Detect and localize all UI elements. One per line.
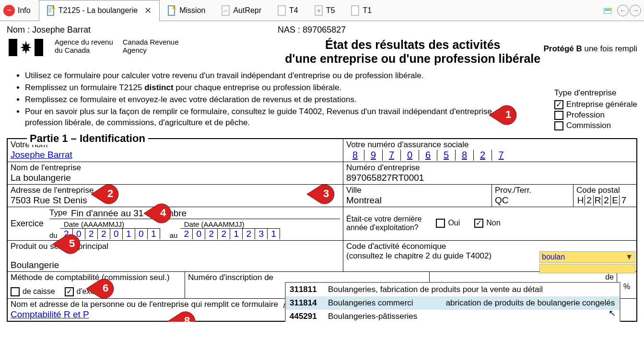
checkbox-commission[interactable]: Commission [554,121,637,130]
checkbox-icon [436,219,445,228]
dropdown-option[interactable]: 311814 Boulangeries commercixxxxxxxxabri… [286,296,620,310]
business-name-value[interactable]: La boulangerie [11,173,340,183]
form-header: Nom : Josephe Barrat NAS : 897065827 Age… [0,21,644,129]
date-format-label: Date (AAAAMMJJ) [64,220,160,228]
gallery-icon[interactable] [604,5,616,16]
address-label: Adresse de l'entreprise [11,186,340,195]
tab-t1[interactable]: T1 [343,0,380,21]
prov-label: Prov./Terr. [495,186,570,195]
sin-digits[interactable]: 897065827 [346,150,633,161]
doc-add-icon: + [315,5,323,16]
checkbox-yes[interactable]: Oui [436,219,460,228]
checkbox-no[interactable]: ✓Non [474,219,500,228]
last-year-label: Était-ce votre dernièreannée d'exploitat… [346,215,422,232]
dropdown-option[interactable]: 445291 Boulangeries-pâtisseries [286,310,620,322]
instruction-item: Remplissez ce formulaire et envoyez-le a… [25,94,637,105]
date-to[interactable]: 20221231 [180,228,280,239]
nav-next-button[interactable]: → [630,5,641,16]
doc-warning-icon: ! [47,5,56,16]
checkbox-icon [554,111,563,120]
activity-code-dropdown: 311811 Boulangeries, fabrication de prod… [285,282,621,322]
svg-text:!: ! [174,6,175,9]
tab-label: T5 [326,6,335,15]
checkbox-profession[interactable]: Profession [554,110,637,120]
svg-text:+: + [317,7,321,14]
client-sin: NAS : 897065827 [278,25,346,35]
accounting-method-label: Méthode de comptabilité (commission seul… [11,273,182,282]
nav-prev-button[interactable]: ← [617,5,629,16]
doc-icon [278,5,286,16]
tab-label: T1 [363,6,372,15]
tab-info[interactable]: − Info [0,0,39,21]
checkbox-icon [11,287,20,296]
activity-code-label: Code d'activité économique [346,242,633,251]
postal-label: Code postal [576,186,633,195]
svg-rect-10 [278,6,285,15]
tab-label: AutRepr [233,6,261,15]
product-label: Produit ou service principal [11,242,340,251]
checkbox-icon: ✓ [65,287,74,296]
part1-title: Partie 1 – Identification [27,132,148,145]
nav-arrows: ← → [604,0,641,21]
business-name-label: Nom de l'entreprise [11,163,340,173]
bn-label: Numéro d'entreprise [346,163,633,173]
city-value[interactable]: Montreal [346,195,489,206]
svg-rect-13 [351,6,359,15]
address-value[interactable]: 7503 Rue St Denis [11,195,340,206]
dropdown-option[interactable]: 311811 Boulangeries, fabrication de prod… [286,283,620,296]
checkbox-accrual[interactable]: ✓d'exercise [65,287,111,296]
checkbox-icon: ✓ [554,100,563,109]
tab-bar: − Info ! T2125 - La boulangerie ✕ ! Miss… [0,0,644,21]
bn-value[interactable]: 897065827RT0001 [346,173,633,183]
checkbox-icon: ✓ [474,219,483,228]
tab-autrepr[interactable]: AutRepr [213,0,269,21]
registration-label: Numéro d'inscription de [188,273,426,282]
fiscal-year-label: Exercice [11,219,44,229]
tab-t5[interactable]: + T5 [306,0,343,21]
close-icon[interactable]: ✕ [144,5,152,16]
chevron-down-icon: ▼ [625,253,633,261]
prov-value[interactable]: QC [495,195,570,206]
type-value[interactable]: Fin d'année au 31 décembre [71,208,187,219]
tab-t4[interactable]: T4 [269,0,306,21]
city-label: Ville [346,186,489,195]
minus-icon: − [3,5,15,16]
doc-icon [351,5,360,16]
date-from[interactable]: 20220101 [60,228,160,239]
business-type-label: Type d'entreprise [554,88,637,98]
protection-label: Protégé B une fois rempli [543,44,637,54]
postal-value[interactable]: H2R2E7 [576,195,633,206]
instructions-list: Utilisez ce formulaire pour calculer vot… [25,70,637,129]
svg-marker-16 [609,8,612,11]
svg-text:!: ! [53,6,54,9]
checkbox-general[interactable]: ✓Entreprise générale [554,100,637,109]
tab-t2125[interactable]: ! T2125 - La boulangerie ✕ [39,0,160,21]
cursor-icon: ↖ [609,308,616,318]
tab-mission[interactable]: ! Mission [160,0,213,21]
agency-labels: Agence du revenudu Canada Canada Revenue… [55,38,179,54]
tab-label: Info [18,6,31,15]
type-label: Type [49,208,67,219]
instruction-item: Utilisez ce formulaire pour calculer vot… [25,70,637,82]
activity-code-search[interactable]: boulan▼ [539,251,635,263]
tab-label: Mission [179,6,205,15]
checkbox-icon [554,121,563,130]
doc-icon [222,5,230,16]
product-value[interactable]: Boulangerie [11,260,340,270]
canada-flag-icon [7,38,45,57]
doc-warning-icon: ! [168,5,176,16]
client-name: Nom : Josephe Barrat [7,25,91,35]
business-type-box: Type d'entreprise ✓Entreprise générale P… [554,88,637,131]
instruction-item: Pour en savoir plus sur la façon de remp… [25,106,533,129]
checkbox-cash[interactable]: de caisse [11,287,55,296]
tab-label: T2125 - La boulangerie [59,6,138,15]
preparer-label: Nom et adresse de la personne ou de l'en… [11,300,278,309]
activity-code-result[interactable] [539,264,635,273]
instruction-item: Remplissez un formulaire T2125 distinct … [25,82,637,94]
sin-label: Votre numéro d'assurance sociale [346,140,633,150]
your-name-value[interactable]: Josephe Barrat [11,150,340,160]
tab-label: T4 [289,6,298,15]
date-format-label: Date (AAAAMMJJ) [184,220,281,228]
